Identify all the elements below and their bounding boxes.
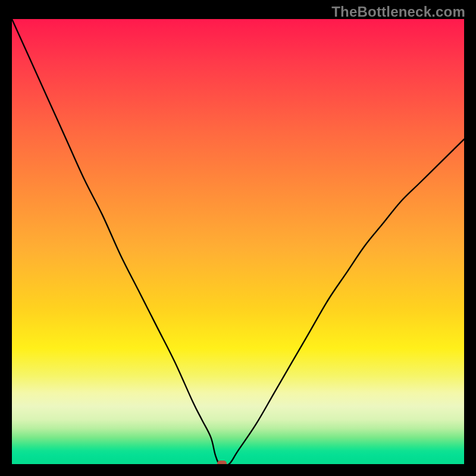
min-marker [217,461,227,464]
watermark-text: TheBottleneck.com [331,4,465,20]
chart-frame: TheBottleneck.com [0,0,476,476]
plot-area [12,19,464,464]
bottleneck-curve [12,19,464,464]
curve-svg [12,19,464,464]
